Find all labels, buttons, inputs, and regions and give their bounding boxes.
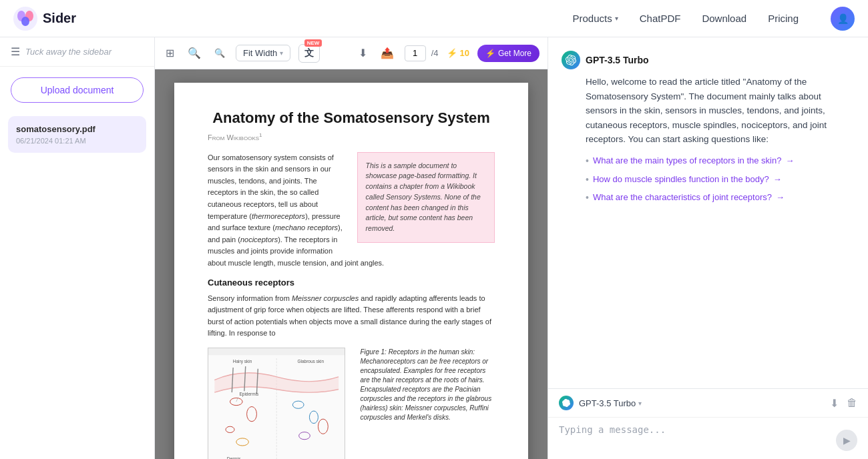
gpt-icon — [562, 51, 580, 69]
openai-small-icon — [562, 399, 570, 407]
chat-panel: GPT-3.5 Turbo Hello, welcome to read the… — [548, 37, 868, 459]
fit-width-button[interactable]: Fit Width ▾ — [236, 45, 290, 61]
chevron-down-icon: ▾ — [638, 400, 642, 407]
pdf-title: Anatomy of the Somatosensory System — [208, 109, 495, 127]
pdf-page: Anatomy of the Somatosensory System From… — [174, 83, 528, 459]
send-button[interactable]: ▶ — [836, 430, 857, 451]
download-icon[interactable]: ⬇ — [356, 44, 370, 62]
nav-pricing[interactable]: Pricing — [768, 13, 799, 24]
svg-text:Dermis: Dermis — [227, 456, 241, 459]
chat-model-icon — [559, 396, 574, 410]
chevron-down-icon: ▾ — [615, 15, 618, 22]
arrow-right-icon: → — [773, 173, 782, 185]
clear-chat-icon[interactable]: 🗑 — [847, 397, 857, 409]
file-date: 06/21/2024 01:21 AM — [16, 137, 138, 145]
bullet-icon: • — [586, 191, 589, 205]
pdf-toolbar: ⊞ 🔍 🔍 Fit Width ▾ 文 NEW ⬇ 📤 /4 ⚡ 10 — [155, 37, 548, 69]
share-icon[interactable]: 📤 — [378, 44, 397, 62]
chat-messages: GPT-3.5 Turbo Hello, welcome to read the… — [548, 37, 868, 388]
nav-download[interactable]: Download — [702, 13, 746, 24]
arrow-right-icon: → — [785, 155, 794, 167]
pdf-viewer-area: ⊞ 🔍 🔍 Fit Width ▾ 文 NEW ⬇ 📤 /4 ⚡ 10 — [155, 37, 548, 459]
lightning-icon: ⚡ — [447, 48, 457, 58]
chat-action-buttons: ⬇ 🗑 — [830, 397, 857, 410]
logo[interactable]: Sider — [13, 7, 76, 31]
svg-text:Glabrous skin: Glabrous skin — [297, 359, 324, 364]
gpt-model-name: GPT-3.5 Turbo — [586, 55, 649, 65]
chat-model-bar: GPT-3.5 Turbo ▾ ⬇ 🗑 — [548, 389, 868, 418]
sidebar-header: ☰ Tuck away the sidebar — [0, 37, 154, 67]
cutaneous-heading: Cutaneous receptors — [208, 278, 495, 288]
upload-document-button[interactable]: Upload document — [11, 77, 144, 103]
page-navigation: /4 — [405, 45, 439, 61]
bullet-icon: • — [586, 173, 589, 187]
chat-sender: GPT-3.5 Turbo — [562, 51, 855, 69]
figure-image: Hairy skin Glabrous skin — [208, 348, 345, 459]
new-badge: NEW — [304, 39, 322, 47]
suggested-question-3[interactable]: • What are the characteristics of joint … — [586, 191, 855, 205]
pdf-source: From Wikibooks1 — [208, 132, 495, 141]
sidebar: ☰ Tuck away the sidebar Upload document … — [0, 37, 155, 459]
file-item[interactable]: somatosensory.pdf 06/21/2024 01:21 AM — [8, 116, 146, 153]
zoom-out-icon[interactable]: 🔍 — [212, 45, 228, 61]
nav-products[interactable]: Products ▾ — [573, 13, 618, 24]
figure-svg: Hairy skin Glabrous skin — [208, 351, 345, 459]
nav-chatpdf[interactable]: ChatPDF — [640, 13, 681, 24]
page-total: /4 — [431, 48, 439, 58]
suggested-question-1[interactable]: • What are the main types of receptors i… — [586, 155, 855, 168]
pdf-content: Anatomy of the Somatosensory System From… — [155, 69, 548, 459]
sidebar-toggle-icon[interactable]: ⊞ — [163, 44, 177, 62]
figure-section: Hairy skin Glabrous skin — [208, 348, 495, 459]
download-chat-icon[interactable]: ⬇ — [830, 397, 839, 410]
credits-display: ⚡ 10 — [447, 48, 469, 58]
svg-point-3 — [21, 17, 29, 26]
user-avatar[interactable]: 👤 — [831, 7, 855, 31]
chat-input-area: ▶ — [548, 418, 868, 459]
app-header: Sider Products ▾ ChatPDF Download Pricin… — [0, 0, 868, 37]
suggested-question-2[interactable]: • How do muscle spindles function in the… — [586, 173, 855, 187]
chat-footer: GPT-3.5 Turbo ▾ ⬇ 🗑 ▶ — [548, 388, 868, 459]
main-container: ☰ Tuck away the sidebar Upload document … — [0, 0, 868, 459]
logo-text: Sider — [43, 11, 76, 26]
translate-button[interactable]: 文 NEW — [298, 44, 320, 63]
svg-text:Epidermis: Epidermis — [239, 392, 259, 397]
sidebar-toggle-icon[interactable]: ☰ — [11, 45, 20, 58]
suggested-questions: • What are the main types of receptors i… — [586, 155, 855, 205]
file-name: somatosensory.pdf — [16, 124, 138, 134]
translate-icon: 文 — [304, 47, 314, 59]
arrow-right-icon: → — [776, 191, 785, 203]
sidebar-tuck-label: Tuck away the sidebar — [25, 47, 112, 57]
chat-welcome-text: Hello, welcome to read the article title… — [586, 75, 855, 147]
openai-icon — [566, 55, 576, 65]
page-number-input[interactable] — [405, 45, 426, 61]
chat-message-welcome: GPT-3.5 Turbo Hello, welcome to read the… — [562, 51, 855, 205]
zoom-in-icon[interactable]: 🔍 — [185, 44, 204, 62]
figure-caption: Figure 1: Receptors in the human skin: M… — [360, 348, 495, 459]
svg-text:Hairy skin: Hairy skin — [233, 359, 252, 364]
chat-model-selector[interactable]: GPT-3.5 Turbo ▾ — [579, 398, 642, 408]
cutaneous-text: Sensory information from Meissner corpus… — [208, 293, 495, 340]
chevron-down-icon: ▾ — [280, 49, 283, 57]
get-more-button[interactable]: ⚡ Get More — [477, 45, 539, 62]
pdf-intro-section: This is a sample document to showcase pa… — [208, 152, 495, 278]
bullet-icon: • — [586, 155, 589, 168]
main-nav: Products ▾ ChatPDF Download Pricing 👤 — [573, 7, 855, 31]
pdf-pink-notice: This is a sample document to showcase pa… — [357, 152, 495, 243]
chat-message-input[interactable] — [559, 424, 836, 451]
cutaneous-section: Sensory information from Meissner corpus… — [208, 293, 495, 459]
lightning-icon: ⚡ — [485, 49, 495, 58]
logo-icon — [13, 7, 37, 31]
